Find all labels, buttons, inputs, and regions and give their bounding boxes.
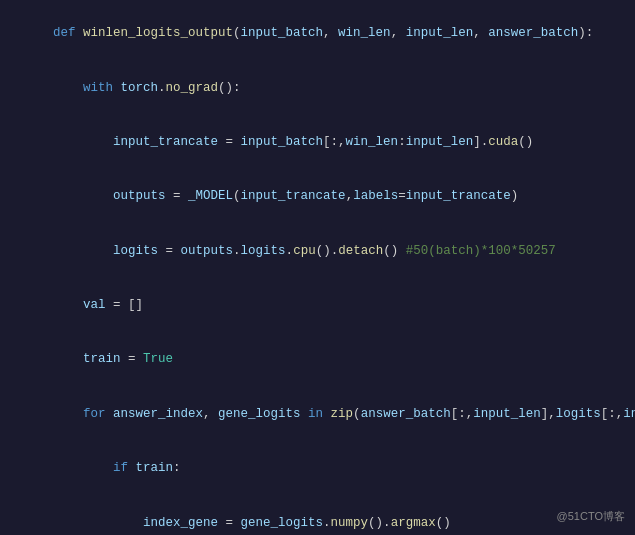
line-5: logits = outputs.logits.cpu().detach() #…	[0, 224, 635, 278]
line-4: outputs = _MODEL(input_trancate,labels=i…	[0, 169, 635, 223]
code-editor: def winlen_logits_output(input_batch, wi…	[0, 0, 635, 535]
line-1: def winlen_logits_output(input_batch, wi…	[0, 6, 635, 60]
watermark: @51CTO博客	[557, 509, 625, 525]
line-7: train = True	[0, 332, 635, 386]
line-8: for answer_index, gene_logits in zip(ans…	[0, 387, 635, 441]
line-2: with torch.no_grad():	[0, 60, 635, 114]
line-6: val = []	[0, 278, 635, 332]
line-10: index_gene = gene_logits.numpy().argmax(…	[0, 495, 635, 535]
line-3: input_trancate = input_batch[:,win_len:i…	[0, 115, 635, 169]
line-9: if train:	[0, 441, 635, 495]
